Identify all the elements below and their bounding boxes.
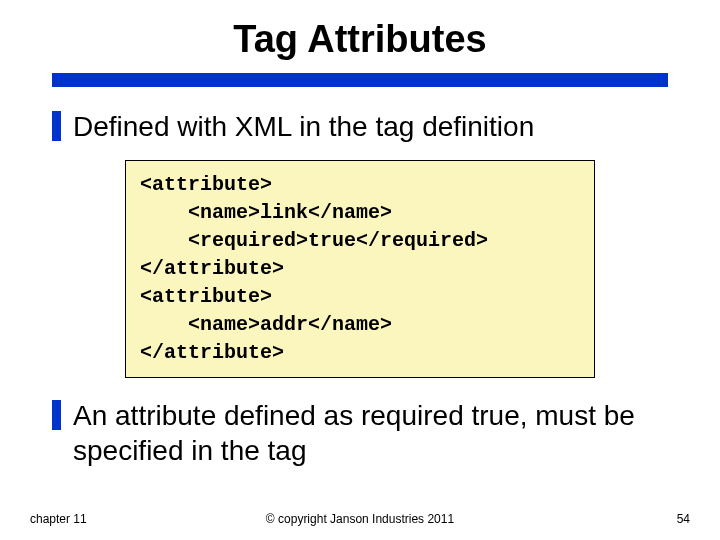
bullet-bar-icon xyxy=(52,111,61,141)
footer-copyright: © copyright Janson Industries 2011 xyxy=(266,512,454,526)
footer-page-number: 54 xyxy=(677,512,690,526)
footer-chapter: chapter 11 xyxy=(30,512,87,526)
footer: chapter 11 © copyright Janson Industries… xyxy=(0,512,720,526)
slide-title: Tag Attributes xyxy=(0,0,720,73)
bullet-bar-icon xyxy=(52,400,61,430)
code-box: <attribute> <name>link</name> <required>… xyxy=(125,160,595,378)
bullet-item-2: An attribute defined as required true, m… xyxy=(0,398,720,468)
bullet-text-1: Defined with XML in the tag definition xyxy=(73,109,534,144)
title-underline xyxy=(52,73,668,87)
bullet-item-1: Defined with XML in the tag definition xyxy=(0,109,720,144)
bullet-text-2: An attribute defined as required true, m… xyxy=(73,398,668,468)
